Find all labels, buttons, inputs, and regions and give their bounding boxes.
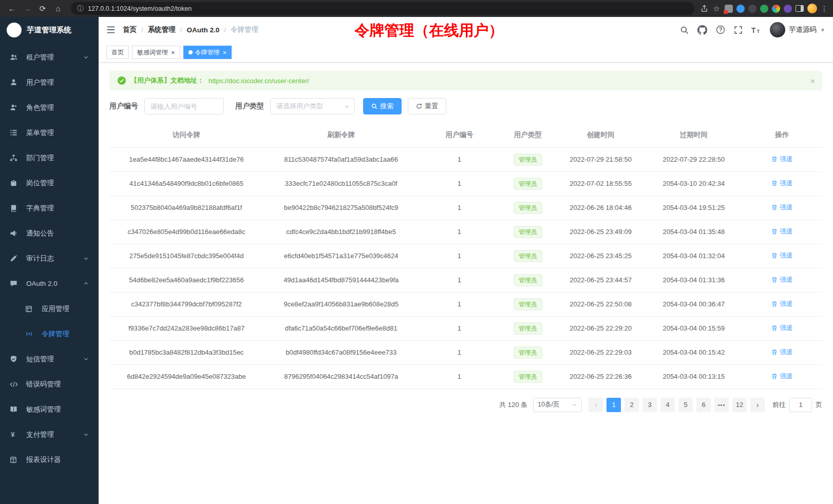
extension-icon[interactable] (772, 5, 780, 13)
page-button-3[interactable]: 3 (642, 398, 657, 412)
tab-2[interactable]: 令牌管理× (183, 46, 232, 59)
github-icon[interactable] (697, 25, 707, 35)
column-header: 访问令牌 (109, 123, 263, 147)
sensitive-word-icon (10, 405, 22, 413)
prev-page-button[interactable]: ‹ (589, 398, 603, 412)
home-icon[interactable]: ⌂ (51, 2, 65, 15)
side-panel-icon[interactable] (796, 5, 804, 12)
force-logout-button[interactable]: 强退 (771, 155, 792, 164)
chevron-down-icon (83, 432, 89, 437)
extension-icon[interactable] (736, 5, 745, 13)
create-time-cell: 2022-06-26 18:04:46 (556, 196, 646, 220)
sidebar-item-sensitive-word[interactable]: 敏感词管理 (0, 397, 99, 422)
goto-suffix: 页 (816, 400, 822, 410)
share-icon[interactable] (701, 5, 708, 12)
extension-icon[interactable] (784, 5, 792, 13)
sidebar-item-user[interactable]: 用户管理 (0, 70, 99, 95)
user-type-select[interactable]: 请选择用户类型 (270, 98, 355, 114)
address-bar[interactable]: ⓘ 127.0.0.1:1024/system/oauth2/token (71, 2, 694, 15)
page-size-select[interactable]: 10条/页 (533, 398, 582, 412)
extension-icon[interactable] (725, 5, 733, 13)
sidebar-item-oauth2-app[interactable]: 应用管理 (0, 296, 99, 321)
sidebar-item-menu[interactable]: 菜单管理 (0, 120, 99, 145)
sidebar-item-audit-log[interactable]: 审计日志 (0, 246, 99, 271)
force-logout-button[interactable]: 强退 (771, 227, 792, 236)
collapse-sidebar-icon[interactable] (106, 25, 116, 34)
sidebar-item-report-designer[interactable]: 报表设计器 (0, 447, 99, 472)
font-size-icon[interactable]: TT (751, 26, 761, 34)
active-tab-dot (188, 50, 193, 54)
breadcrumb-item-3[interactable]: 令牌管理 (231, 25, 258, 34)
close-icon[interactable]: × (223, 49, 227, 56)
forward-icon[interactable]: → (21, 2, 34, 15)
user-menu[interactable]: 芋道源码 ▼ (770, 22, 825, 37)
user-type-badge: 管理员 (514, 322, 542, 335)
page-button-6[interactable]: 6 (696, 398, 711, 412)
force-logout-button[interactable]: 强退 (771, 251, 792, 260)
user-id-input[interactable] (144, 98, 224, 114)
select-placeholder: 请选择用户类型 (276, 102, 323, 111)
goto-page-input[interactable] (789, 398, 812, 412)
access-token-cell: 275e5de9151045fe87cbdc395e004f4d (109, 244, 263, 268)
force-logout-button[interactable]: 强退 (771, 203, 792, 212)
page-button-1[interactable]: 1 (607, 398, 621, 412)
sidebar-item-dict[interactable]: 字典管理 (0, 196, 99, 221)
force-logout-button[interactable]: 强退 (771, 179, 792, 188)
breadcrumb-separator: / (141, 26, 143, 34)
app-logo[interactable]: 芋道管理系统 (0, 17, 99, 43)
page-button-2[interactable]: 2 (624, 398, 639, 412)
page-button-4[interactable]: 4 (660, 398, 675, 412)
url-text: 127.0.0.1:1024/system/oauth2/token (88, 5, 192, 12)
access-token-cell: 1ea5e44f8bc1467aaede43144f31de76 (109, 147, 263, 171)
browser-menu-icon[interactable]: ⋮ (821, 5, 828, 13)
extension-icon[interactable] (748, 5, 756, 13)
sidebar-item-post[interactable]: 岗位管理 (0, 170, 99, 196)
search-button[interactable]: 搜索 (363, 98, 402, 114)
search-icon[interactable] (680, 26, 689, 34)
page-content: 【用户体系】文档地址： https://doc.iocoder.cn/user-… (99, 63, 833, 504)
sidebar-item-notice[interactable]: 通知公告 (0, 221, 99, 246)
sidebar-item-oauth2[interactable]: OAuth 2.0 (0, 271, 99, 296)
alert-text: 【用户体系】文档地址： (130, 76, 204, 85)
column-header: 操作 (742, 123, 822, 147)
sidebar-item-tenant[interactable]: 租户管理 (0, 45, 99, 70)
more-pages-button[interactable]: ••• (714, 398, 729, 412)
refresh-icon (416, 103, 422, 109)
next-page-button[interactable]: › (750, 398, 765, 412)
sidebar-item-pay[interactable]: ¥支付管理 (0, 422, 99, 447)
force-logout-button[interactable]: 强退 (771, 324, 792, 333)
dept-icon (10, 154, 22, 162)
tab-0[interactable]: 首页 (106, 46, 129, 59)
page-button-5[interactable]: 5 (678, 398, 693, 412)
force-logout-button[interactable]: 强退 (771, 276, 792, 284)
extension-icon[interactable] (760, 5, 768, 13)
tab-1[interactable]: 敏感词管理× (132, 46, 180, 59)
back-icon[interactable]: ← (5, 2, 18, 15)
reset-button[interactable]: 重置 (408, 98, 446, 114)
close-icon[interactable]: × (171, 49, 175, 56)
force-logout-button[interactable]: 强退 (771, 300, 792, 308)
reload-icon[interactable]: ⟳ (36, 2, 49, 15)
sidebar-item-dept[interactable]: 部门管理 (0, 145, 99, 170)
report-icon (10, 456, 22, 463)
force-logout-button[interactable]: 强退 (771, 348, 792, 357)
force-logout-button[interactable]: 强退 (771, 372, 792, 381)
role-icon (10, 104, 22, 111)
breadcrumb-item-2[interactable]: OAuth 2.0 (187, 26, 220, 34)
page-button-12[interactable]: 12 (732, 398, 747, 412)
sidebar-item-role[interactable]: 角色管理 (0, 95, 99, 120)
browser-profile-avatar[interactable] (807, 4, 817, 13)
sidebar-item-sms[interactable]: 短信管理 (0, 346, 99, 372)
sidebar-item-error-code[interactable]: 错误码管理 (0, 372, 99, 397)
sidebar-item-oauth2-token[interactable]: 令牌管理 (0, 321, 99, 346)
doc-link[interactable]: https://doc.iocoder.cn/user-center/ (209, 77, 309, 85)
site-info-icon[interactable]: ⓘ (77, 4, 84, 13)
bookmark-star-icon[interactable]: ☆ (712, 2, 721, 15)
create-time-cell: 2022-06-25 22:29:20 (556, 316, 646, 340)
close-icon[interactable]: × (810, 76, 815, 85)
breadcrumb-item-1[interactable]: 系统管理 (148, 25, 176, 34)
breadcrumb-item-0[interactable]: 首页 (123, 25, 137, 34)
help-icon[interactable] (716, 25, 725, 34)
user-avatar (770, 22, 785, 37)
fullscreen-icon[interactable] (734, 26, 743, 34)
